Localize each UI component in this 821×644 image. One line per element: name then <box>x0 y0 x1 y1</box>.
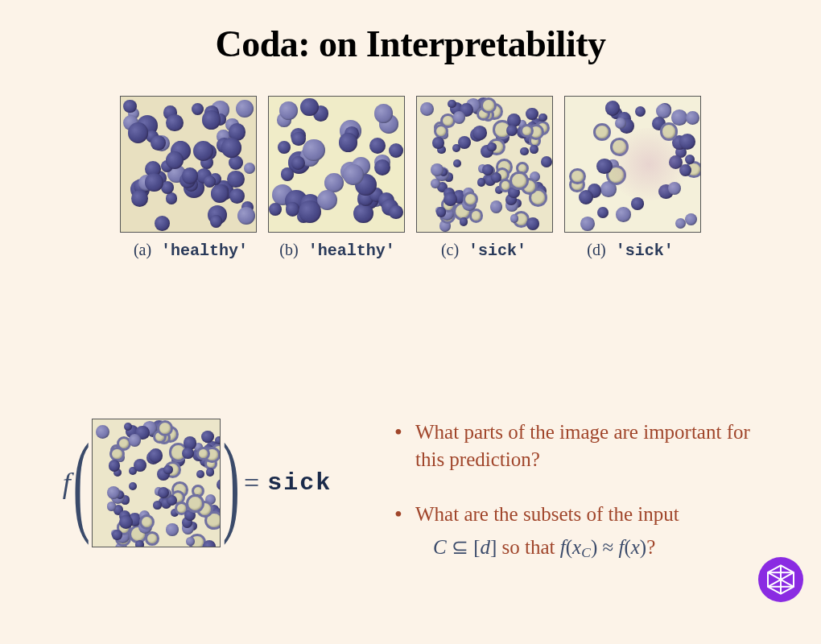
caption-row: (a) 'healthy' (b) 'healthy' (c) 'sick' (… <box>68 241 753 260</box>
panel-c-label: (c) <box>441 241 459 258</box>
lower-section: f ( ) = sick What parts of the image are… <box>0 419 821 589</box>
panel-a-caption: (a) 'healthy' <box>123 241 258 260</box>
bullet-2: What are the subsets of the input C ⊆ [d… <box>394 501 757 563</box>
paren-open-icon: ( <box>73 444 90 522</box>
panel-c-caption: (c) 'sick' <box>416 241 551 260</box>
panel-d-value: 'sick' <box>616 242 674 260</box>
formula-image <box>92 419 221 547</box>
formula-fn: f <box>63 466 71 500</box>
bullet-2-math: C ⊆ [d] so that f(xC) ≈ f(x)? <box>415 534 757 562</box>
panel-d-label: (d) <box>587 241 605 258</box>
image-row <box>68 96 753 233</box>
brand-logo-icon <box>758 557 803 602</box>
bullet-1-text: What parts of the image are important fo… <box>415 421 750 470</box>
panel-d-caption: (d) 'sick' <box>563 241 698 260</box>
panel-b-value: 'healthy' <box>308 242 395 260</box>
bullet-1: What parts of the image are important fo… <box>394 419 757 473</box>
formula-result: sick <box>267 469 332 497</box>
panel-d-image <box>564 96 701 233</box>
image-strip: (a) 'healthy' (b) 'healthy' (c) 'sick' (… <box>68 96 753 260</box>
panel-c-image <box>416 96 553 233</box>
panel-b-caption: (b) 'healthy' <box>270 241 405 260</box>
slide: Coda: on Interpretability (a) 'healthy' … <box>0 0 821 644</box>
panel-a-image <box>120 96 257 233</box>
slide-title: Coda: on Interpretability <box>0 23 821 65</box>
bullet-list: What parts of the image are important fo… <box>394 419 789 589</box>
paren-close-icon: ) <box>223 444 240 522</box>
panel-b-image <box>268 96 405 233</box>
panel-a-value: 'healthy' <box>161 242 248 260</box>
bullet-2-text: What are the subsets of the input <box>415 503 679 525</box>
panel-b-label: (b) <box>279 241 298 258</box>
equals-icon: = <box>244 468 259 498</box>
panel-c-value: 'sick' <box>468 242 526 260</box>
formula-block: f ( ) = sick <box>0 419 394 547</box>
panel-a-label: (a) <box>134 241 151 258</box>
